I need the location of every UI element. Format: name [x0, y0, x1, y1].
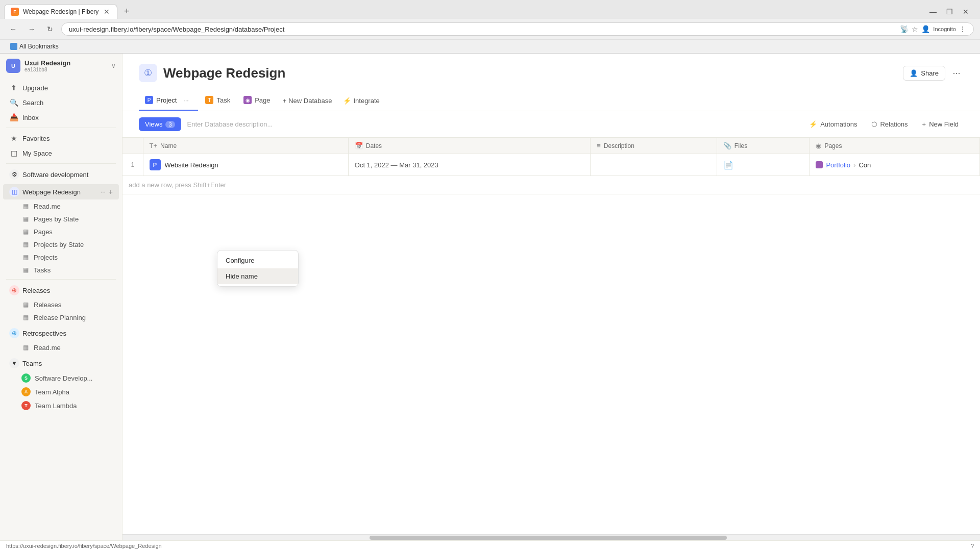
extensions-icon[interactable]: ⋮	[959, 25, 966, 33]
maximize-button[interactable]: ❐	[943, 6, 955, 18]
col-name[interactable]: T+ Name	[143, 138, 348, 154]
sidebar-item-pages-by-state[interactable]: ▦ Pages by State	[3, 213, 119, 225]
sidebar-item-software-develop[interactable]: S Software Develop...	[3, 371, 119, 385]
forward-button[interactable]: →	[24, 22, 39, 36]
db-description-input[interactable]: Enter Database description...	[187, 120, 798, 128]
sidebar-item-releases[interactable]: ▦ Releases	[3, 298, 119, 311]
webpage-redesign-header[interactable]: ◫ Webpage Redesign ··· +	[3, 184, 119, 199]
search-icon: 🔍	[9, 98, 18, 107]
new-tab-button[interactable]: +	[119, 5, 134, 19]
back-button[interactable]: ←	[6, 22, 20, 36]
favorites-icon: ★	[9, 134, 18, 143]
all-bookmarks-item[interactable]: All Bookmarks	[6, 42, 63, 51]
row-description-cell[interactable]	[591, 154, 717, 176]
project-tab-more[interactable]: ···	[180, 94, 192, 106]
con-cell: Con	[859, 161, 871, 169]
col-description[interactable]: ≡ Description	[591, 138, 717, 154]
row-name-cell[interactable]: P Website Redesign	[143, 154, 348, 176]
automations-button[interactable]: ⚡ Automations	[804, 117, 862, 131]
active-tab[interactable]: F Webpage Redesign | Fibery ✕	[4, 4, 117, 19]
integrate-button[interactable]: ⚡ Integrate	[338, 94, 384, 108]
workspace-header[interactable]: U Uxui Redesign ea131bb8 ∨	[0, 54, 122, 78]
add-row-hint[interactable]: add a new row, press Shift+Enter	[122, 176, 980, 194]
table-row[interactable]: 1 P Website Redesign Oct 1, 2022 — Mar 3…	[122, 154, 980, 176]
views-button[interactable]: Views 3	[139, 117, 181, 131]
context-menu-hide-name[interactable]: Hide name	[217, 268, 298, 284]
context-menu-configure[interactable]: Configure	[217, 253, 298, 268]
search-label: Search	[22, 99, 43, 107]
releases-sub-label: Releases	[34, 301, 61, 309]
tab-close-button[interactable]: ✕	[103, 8, 111, 16]
retrospectives-label: Retrospectives	[22, 330, 66, 337]
col-pages[interactable]: ◉ Pages	[810, 138, 980, 154]
workspace-id: ea131bb8	[24, 67, 107, 72]
integrate-icon: ⚡	[343, 97, 351, 105]
workspace-name: Uxui Redesign	[24, 59, 107, 67]
software-develop-label: Software Develop...	[35, 374, 92, 382]
bookmark-icon[interactable]: ☆	[912, 25, 918, 33]
releases-header[interactable]: ⊕ Releases	[3, 283, 119, 298]
col-dates[interactable]: 📅 Dates	[348, 138, 591, 154]
row-pages-cell[interactable]: Portfolio › Con	[810, 154, 980, 176]
tab-page[interactable]: ◉ Page	[237, 92, 276, 109]
tab-project[interactable]: P Project ···	[139, 90, 198, 111]
sidebar-item-release-planning[interactable]: ▦ Release Planning	[3, 311, 119, 323]
minimize-button[interactable]: —	[927, 6, 939, 18]
sidebar-item-tasks[interactable]: ▦ Tasks	[3, 264, 119, 276]
tab-task[interactable]: T Task	[199, 92, 236, 109]
row-number: 1	[131, 161, 134, 168]
address-bar-row: ← → ↻ uxui-redesign.fibery.io/fibery/spa…	[0, 19, 980, 39]
page-link-icon	[816, 161, 823, 168]
projects-by-state-label: Projects by State	[34, 241, 84, 248]
col-files[interactable]: 📎 Files	[717, 138, 810, 154]
retrospectives-header[interactable]: ⊕ Retrospectives	[3, 325, 119, 341]
teams-label: Teams	[22, 360, 42, 367]
workspace-avatar: U	[6, 59, 20, 73]
table-header: T+ Name 📅 Dates ≡	[122, 138, 980, 154]
bookmark-folder-icon	[10, 43, 17, 50]
sidebar-item-upgrade[interactable]: ⬆ Upgrade	[3, 81, 119, 95]
profile-icon[interactable]: 👤	[921, 25, 930, 33]
row-project-icon: P	[150, 159, 161, 170]
share-button[interactable]: 👤 Share	[903, 66, 945, 81]
webpage-add-btn[interactable]: +	[109, 188, 113, 196]
page-link-arrow-icon: ›	[853, 161, 855, 169]
row-dates-cell[interactable]: Oct 1, 2022 — Mar 31, 2023	[348, 154, 591, 176]
reload-button[interactable]: ↻	[43, 22, 57, 36]
tab-favicon: F	[11, 8, 19, 16]
horizontal-scroll-area[interactable]	[122, 534, 980, 540]
teams-header[interactable]: ▼ Teams	[3, 356, 119, 371]
sidebar-item-inbox[interactable]: 📥 Inbox	[3, 110, 119, 124]
sidebar-item-projects-by-state[interactable]: ▦ Projects by State	[3, 238, 119, 251]
sidebar-item-retro-readme[interactable]: ▦ Read.me	[3, 341, 119, 354]
sidebar-item-team-alpha[interactable]: A Team Alpha	[3, 385, 119, 398]
add-row-text: add a new row, press Shift+Enter	[129, 181, 226, 189]
toolbar-right: ⚡ Automations ⬡ Relations + New Field	[804, 117, 964, 131]
address-bar[interactable]: uxui-redesign.fibery.io/fibery/space/Web…	[61, 22, 974, 36]
sidebar-item-search[interactable]: 🔍 Search	[3, 95, 119, 110]
pages-icon: ▦	[21, 228, 30, 236]
files-col-label: Files	[734, 142, 747, 149]
horizontal-scrollbar[interactable]	[370, 536, 727, 540]
sidebar-item-readme[interactable]: ▦ Read.me	[3, 200, 119, 212]
app-body: U Uxui Redesign ea131bb8 ∨ ⬆ Upgrade 🔍 S…	[0, 54, 980, 540]
release-planning-label: Release Planning	[34, 314, 86, 321]
more-options-button[interactable]: ···	[949, 66, 964, 80]
sidebar-item-projects[interactable]: ▦ Projects	[3, 251, 119, 263]
help-button[interactable]: ?	[971, 543, 974, 549]
team-lambda-label: Team Lambda	[35, 402, 77, 410]
files-col-icon: 📎	[723, 142, 731, 149]
relations-button[interactable]: ⬡ Relations	[866, 117, 913, 131]
webpage-more-btn[interactable]: ···	[101, 188, 106, 195]
sidebar-section-software-dev[interactable]: ⚙ Software development	[3, 167, 119, 182]
sidebar-item-pages[interactable]: ▦ Pages	[3, 226, 119, 238]
close-window-button[interactable]: ✕	[960, 6, 972, 18]
inbox-label: Inbox	[22, 114, 39, 121]
sidebar-item-my-space[interactable]: ◫ My Space	[3, 146, 119, 160]
row-files-cell[interactable]: 📄	[717, 154, 810, 176]
new-field-button[interactable]: + New Field	[917, 117, 964, 131]
sidebar-item-team-lambda[interactable]: T Team Lambda	[3, 399, 119, 412]
automations-icon: ⚡	[809, 120, 817, 128]
sidebar-item-favorites[interactable]: ★ Favorites	[3, 131, 119, 145]
new-database-button[interactable]: + New Database	[278, 94, 337, 108]
